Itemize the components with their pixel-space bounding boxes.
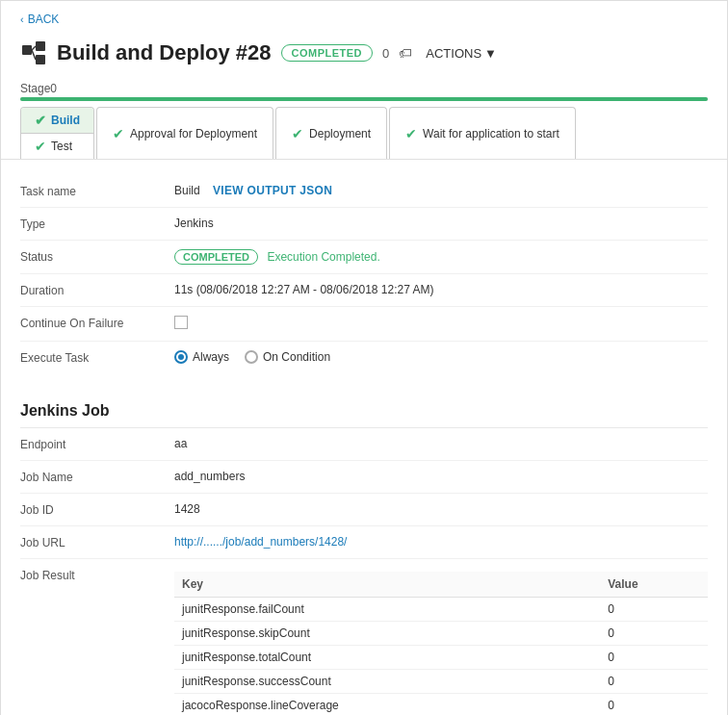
job-url-row: Job URL http://....../job/add_numbers/14… [20,526,708,559]
type-row: Type Jenkins [20,208,708,241]
continue-failure-value [174,316,708,332]
status-badge: COMPLETED [174,249,258,265]
actions-button[interactable]: ACTIONS ▼ [426,46,497,61]
table-cell-key: junitResponse.failCount [174,598,600,622]
test-check-icon: ✔ [35,139,46,154]
execute-task-label: Execute Task [20,350,174,365]
duration-row: Duration 11s (08/06/2018 12:27 AM - 08/0… [20,274,708,307]
deployment-check-icon: ✔ [292,126,303,141]
view-output-link[interactable]: VIEW OUTPUT JSON [213,184,332,197]
result-table: Key Value junitResponse.failCount0junitR… [174,572,708,715]
execution-text: Execution Completed. [267,250,379,264]
radio-condition-button[interactable] [245,350,258,364]
left-tab-group: ✔ Build ✔ Test [20,107,94,159]
task-name-label: Task name [20,184,174,198]
tab-build[interactable]: ✔ Build [21,108,93,134]
radio-always[interactable]: Always [174,350,229,364]
table-cell-key: jacocoResponse.lineCoverage [174,694,600,716]
endpoint-label: Endpoint [20,437,174,451]
table-row: junitResponse.successCount0 [174,670,708,694]
job-id-label: Job ID [20,502,174,517]
table-cell-value: 0 [600,646,708,670]
task-name-row: Task name Build VIEW OUTPUT JSON [20,175,708,208]
job-id-value: 1428 [174,502,708,516]
duration-value: 11s (08/06/2018 12:27 AM - 08/06/2018 12… [174,283,708,296]
endpoint-row: Endpoint aa [20,428,708,461]
col-key-header: Key [174,572,600,598]
col-value-header: Value [600,572,708,598]
count-badge: 0 [382,46,389,61]
table-cell-value: 0 [600,622,708,646]
status-label: Status [20,249,174,264]
type-label: Type [20,217,174,231]
job-name-label: Job Name [20,470,174,484]
continue-failure-row: Continue On Failure [20,307,708,342]
svg-rect-1 [36,41,45,51]
job-name-row: Job Name add_numbers [20,461,708,494]
page-title: Build and Deploy #28 [57,40,272,65]
table-cell-value: 0 [600,694,708,716]
svg-rect-0 [22,45,32,55]
duration-label: Duration [20,283,174,297]
tab-approval-label: Approval for Deployment [130,127,257,140]
table-cell-key: junitResponse.skipCount [174,622,600,646]
radio-always-dot [178,354,184,360]
continue-failure-label: Continue On Failure [20,316,174,330]
table-cell-value: 0 [600,670,708,694]
table-cell-key: junitResponse.successCount [174,670,600,694]
radio-condition-label: On Condition [263,350,330,364]
table-row: junitResponse.totalCount0 [174,646,708,670]
table-cell-key: junitResponse.totalCount [174,646,600,670]
radio-always-button[interactable] [174,350,188,364]
job-result-table-container: Key Value junitResponse.failCount0junitR… [174,568,708,715]
stage-label: Stage0 [20,78,708,97]
header-completed-badge: COMPLETED [281,44,374,62]
status-row: Status COMPLETED Execution Completed. [20,241,708,274]
tab-deployment-label: Deployment [309,127,371,140]
job-result-label: Job Result [20,568,174,582]
approval-check-icon: ✔ [113,126,124,141]
table-row: junitResponse.skipCount0 [174,622,708,646]
progress-bar [20,97,708,101]
job-url-label: Job URL [20,535,174,549]
build-check-icon: ✔ [35,113,46,128]
wait-check-icon: ✔ [405,126,417,141]
tab-deployment[interactable]: ✔ Deployment [275,107,387,159]
tab-build-label: Build [51,114,80,127]
tab-wait-label: Wait for application to start [423,127,559,140]
job-id-row: Job ID 1428 [20,494,708,526]
endpoint-value: aa [174,437,708,450]
continue-failure-checkbox[interactable] [174,316,188,329]
back-link[interactable]: ‹ BACK [20,13,708,26]
job-url-link[interactable]: http://....../job/add_numbers/1428/ [174,535,347,549]
job-result-row: Job Result Key Value junitResponse.failC… [20,559,708,715]
status-value: COMPLETED Execution Completed. [174,249,708,265]
back-arrow-icon: ‹ [20,13,24,25]
execute-task-value: Always On Condition [174,350,708,364]
job-url-value: http://....../job/add_numbers/1428/ [174,535,708,549]
table-row: jacocoResponse.lineCoverage0 [174,694,708,716]
job-name-value: add_numbers [174,470,708,483]
back-label: BACK [28,13,60,26]
tab-test[interactable]: ✔ Test [21,134,93,159]
radio-always-label: Always [193,350,229,364]
svg-rect-2 [36,55,45,64]
progress-bar-fill [20,97,708,101]
table-cell-value: 0 [600,598,708,622]
task-name-value: Build VIEW OUTPUT JSON [174,184,708,197]
tab-wait[interactable]: ✔ Wait for application to start [389,107,576,159]
type-value: Jenkins [174,217,708,230]
pipeline-icon [20,39,47,66]
tag-icon: 🏷 [399,45,412,61]
svg-line-4 [32,50,36,60]
table-row: junitResponse.failCount0 [174,598,708,622]
actions-chevron-icon: ▼ [484,46,497,61]
execute-task-row: Execute Task Always On Condition [20,342,708,373]
radio-condition[interactable]: On Condition [245,350,330,364]
jenkins-section-title: Jenkins Job [1,389,727,427]
tab-test-label: Test [51,140,72,153]
svg-line-3 [32,46,36,50]
tab-approval[interactable]: ✔ Approval for Deployment [96,107,273,159]
